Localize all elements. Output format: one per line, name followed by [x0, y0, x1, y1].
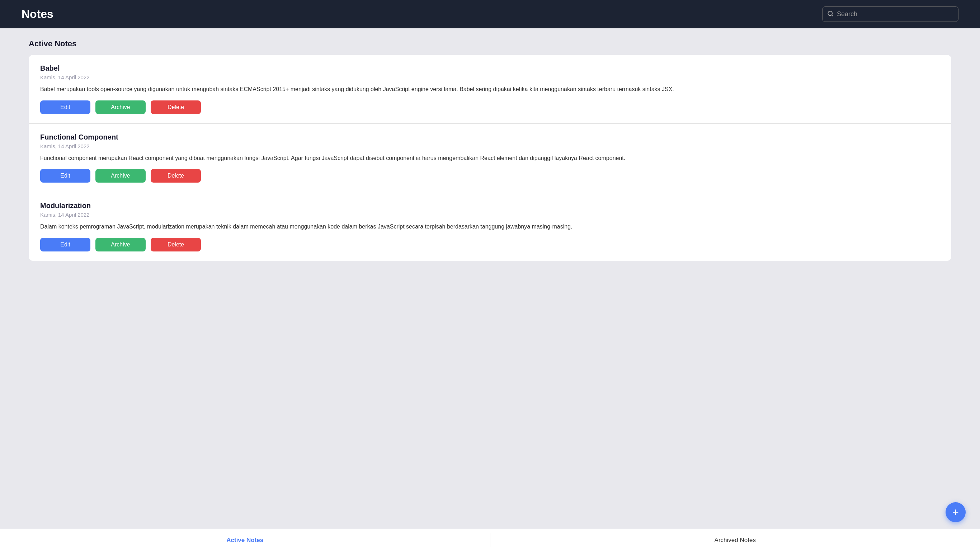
archive-button-0[interactable]: Archive — [95, 100, 146, 114]
note-title-2: Modularization — [40, 202, 940, 210]
note-title-0: Babel — [40, 64, 940, 72]
bottom-nav: Active NotesArchived Notes — [0, 529, 980, 551]
note-title-1: Functional Component — [40, 133, 940, 141]
search-container — [822, 6, 958, 22]
edit-button-2[interactable]: Edit — [40, 238, 91, 252]
notes-card: Babel Kamis, 14 April 2022 Babel merupak… — [29, 55, 951, 261]
main-content: Active Notes Babel Kamis, 14 April 2022 … — [0, 28, 980, 529]
search-icon — [827, 10, 834, 18]
bottom-nav-item-0[interactable]: Active Notes — [0, 529, 490, 551]
note-date-0: Kamis, 14 April 2022 — [40, 74, 940, 80]
note-item: Babel Kamis, 14 April 2022 Babel merupak… — [29, 55, 951, 124]
note-actions-2: Edit Archive Delete — [40, 238, 940, 252]
section-title: Active Notes — [29, 39, 951, 48]
bottom-nav-item-1[interactable]: Archived Notes — [490, 529, 980, 551]
note-body-0: Babel merupakan tools open-source yang d… — [40, 84, 940, 94]
delete-button-0[interactable]: Delete — [151, 100, 201, 114]
note-date-2: Kamis, 14 April 2022 — [40, 212, 940, 218]
archive-button-2[interactable]: Archive — [95, 238, 146, 252]
archive-button-1[interactable]: Archive — [95, 169, 146, 183]
note-item: Modularization Kamis, 14 April 2022 Dala… — [29, 192, 951, 261]
app-title: Notes — [22, 8, 53, 21]
note-body-2: Dalam konteks pemrograman JavaScript, mo… — [40, 222, 940, 231]
note-item: Functional Component Kamis, 14 April 202… — [29, 124, 951, 193]
note-actions-1: Edit Archive Delete — [40, 169, 940, 183]
note-date-1: Kamis, 14 April 2022 — [40, 143, 940, 149]
search-input[interactable] — [822, 6, 958, 22]
note-body-1: Functional component merupakan React com… — [40, 153, 940, 163]
edit-button-1[interactable]: Edit — [40, 169, 91, 183]
note-actions-0: Edit Archive Delete — [40, 100, 940, 114]
add-note-button[interactable]: + — [945, 502, 966, 522]
app-header: Notes — [0, 0, 980, 28]
delete-button-2[interactable]: Delete — [151, 238, 201, 252]
delete-button-1[interactable]: Delete — [151, 169, 201, 183]
edit-button-0[interactable]: Edit — [40, 100, 91, 114]
svg-line-1 — [832, 15, 832, 16]
